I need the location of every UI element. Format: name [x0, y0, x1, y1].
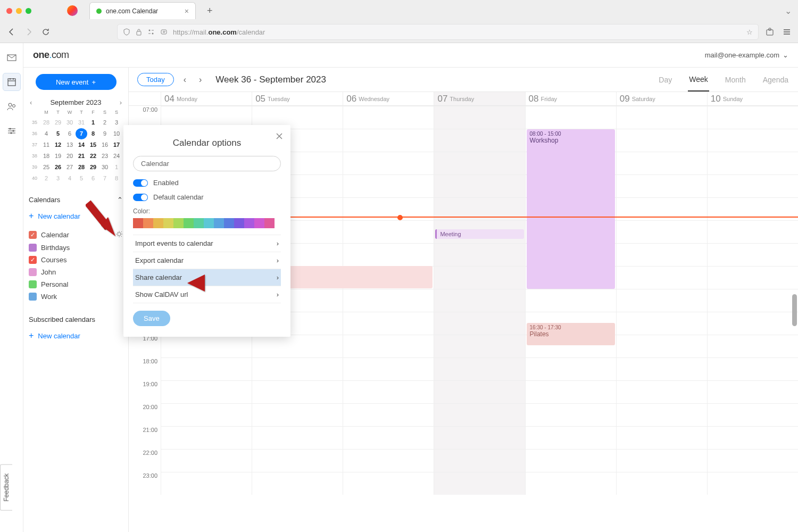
mini-cal-day[interactable]: 8 — [111, 173, 122, 184]
color-swatch[interactable] — [244, 218, 254, 228]
mini-cal-day[interactable]: 16 — [99, 139, 111, 151]
window-close-icon[interactable] — [6, 8, 12, 14]
mini-cal-day[interactable]: 9 — [99, 128, 111, 139]
day-column[interactable] — [343, 106, 434, 495]
hamburger-menu-icon[interactable] — [782, 27, 792, 37]
mini-cal-day[interactable]: 24 — [111, 151, 122, 162]
event-pilates[interactable]: 16:30 - 17:30Pilates — [527, 323, 615, 345]
mail-icon[interactable] — [3, 48, 21, 66]
color-swatch[interactable] — [234, 218, 244, 228]
day-header[interactable]: 06Wednesday — [343, 92, 434, 105]
forward-button[interactable] — [23, 27, 34, 37]
calendar-checkbox[interactable] — [29, 268, 37, 276]
mini-cal-day[interactable]: 28 — [76, 162, 87, 173]
day-header[interactable]: 04Monday — [161, 92, 252, 105]
mini-cal-day[interactable]: 5 — [52, 128, 64, 139]
mini-cal-day[interactable]: 3 — [52, 173, 64, 184]
scrollbar-thumb[interactable] — [792, 294, 797, 326]
mini-cal-prev-icon[interactable]: ‹ — [30, 98, 32, 106]
mini-cal-day[interactable]: 23 — [99, 151, 111, 162]
mini-cal-day[interactable]: 3 — [111, 117, 122, 128]
settings-icon[interactable] — [3, 122, 21, 140]
mini-cal-day[interactable]: 28 — [40, 117, 52, 128]
mini-cal-day[interactable]: 10 — [111, 128, 122, 139]
mini-cal-day[interactable]: 29 — [87, 162, 99, 173]
mini-cal-day[interactable]: 30 — [99, 162, 111, 173]
calendar-list-item[interactable]: Work — [29, 290, 123, 303]
mini-cal-day[interactable]: 7 — [99, 173, 111, 184]
new-subscribed-calendar-button[interactable]: + New calendar — [29, 329, 123, 343]
user-menu[interactable]: mail@one-example.com ⌄ — [705, 51, 788, 59]
mini-cal-day[interactable]: 31 — [76, 117, 87, 128]
feedback-tab[interactable]: Feedback — [0, 464, 12, 511]
calendar-checkbox[interactable] — [29, 293, 37, 301]
mini-cal-day[interactable]: 20 — [64, 151, 76, 162]
mini-cal-day[interactable]: 19 — [52, 151, 64, 162]
mini-cal-day[interactable]: 15 — [87, 139, 99, 151]
mini-cal-day[interactable]: 2 — [99, 117, 111, 128]
mini-cal-day[interactable]: 25 — [40, 162, 52, 173]
mini-cal-day[interactable]: 22 — [87, 151, 99, 162]
mini-cal-day[interactable]: 26 — [52, 162, 64, 173]
color-swatch[interactable] — [173, 218, 184, 228]
mini-cal-day[interactable]: 2 — [40, 173, 52, 184]
mini-cal-day[interactable]: 17 — [111, 139, 122, 151]
tab-dropdown-icon[interactable]: ⌄ — [785, 6, 792, 16]
color-swatch[interactable] — [153, 218, 163, 228]
day-header[interactable]: 05Tuesday — [252, 92, 343, 105]
next-week-icon[interactable]: › — [196, 73, 205, 87]
url-box[interactable]: https://mail.one.com/calendar ☆ — [117, 24, 759, 40]
tab-close-icon[interactable]: × — [185, 7, 189, 15]
calendar-checkbox[interactable] — [29, 244, 37, 252]
window-max-icon[interactable] — [26, 8, 31, 14]
day-header[interactable]: 10Sunday — [707, 92, 798, 105]
default-toggle[interactable] — [133, 194, 148, 201]
day-column[interactable] — [616, 106, 707, 495]
calendar-checkbox[interactable]: ✓ — [29, 256, 37, 264]
day-header[interactable]: 07Thursday — [434, 92, 525, 105]
view-tab-agenda[interactable]: Agenda — [762, 68, 789, 92]
enabled-toggle[interactable] — [133, 179, 148, 187]
mini-cal-day[interactable]: 7 — [76, 128, 87, 139]
menu-item-import-events-to-calendar[interactable]: Import events to calendar› — [133, 235, 281, 252]
browser-tab[interactable]: one.com Calendar × — [89, 2, 196, 19]
color-swatch[interactable] — [254, 218, 264, 228]
contacts-icon[interactable] — [3, 97, 21, 115]
color-swatch[interactable] — [163, 218, 173, 228]
mini-cal-day[interactable]: 1 — [111, 162, 122, 173]
today-button[interactable]: Today — [137, 73, 174, 86]
color-swatch[interactable] — [224, 218, 234, 228]
view-tab-week[interactable]: Week — [688, 68, 709, 92]
calendar-checkbox[interactable]: ✓ — [29, 231, 37, 239]
extensions-icon[interactable] — [765, 27, 775, 37]
mini-cal-day[interactable]: 29 — [52, 117, 64, 128]
view-tab-day[interactable]: Day — [658, 68, 673, 92]
day-column[interactable]: Meeting — [434, 106, 525, 495]
bookmark-star-icon[interactable]: ☆ — [746, 28, 753, 36]
mini-cal-day[interactable]: 6 — [64, 128, 76, 139]
calendar-list-item[interactable]: John — [29, 266, 123, 278]
close-icon[interactable] — [276, 132, 283, 142]
mini-cal-day[interactable]: 5 — [76, 173, 87, 184]
day-column[interactable]: 08:00 - 15:00Workshop16:30 - 17:30Pilate… — [525, 106, 616, 495]
day-column[interactable] — [707, 106, 798, 495]
event-meeting[interactable]: Meeting — [435, 229, 523, 239]
window-min-icon[interactable] — [16, 8, 22, 14]
mini-cal-day[interactable]: 30 — [64, 117, 76, 128]
color-swatch[interactable] — [264, 218, 275, 228]
prev-week-icon[interactable]: ‹ — [180, 73, 189, 87]
new-event-button[interactable]: New event + — [36, 74, 117, 90]
reload-button[interactable] — [40, 27, 51, 37]
new-tab-icon[interactable]: + — [207, 5, 213, 16]
mini-cal-day[interactable]: 8 — [87, 128, 99, 139]
day-header[interactable]: 08Friday — [525, 92, 616, 105]
mini-cal-next-icon[interactable]: › — [120, 98, 122, 106]
color-swatch[interactable] — [214, 218, 224, 228]
mini-cal-day[interactable]: 1 — [87, 117, 99, 128]
view-tab-month[interactable]: Month — [724, 68, 747, 92]
mini-cal-day[interactable]: 4 — [64, 173, 76, 184]
calendar-list-item[interactable]: Personal — [29, 278, 123, 290]
calendar-list-item[interactable]: Birthdays — [29, 242, 123, 254]
calendar-name-input[interactable] — [133, 156, 281, 171]
mini-cal-day[interactable]: 21 — [76, 151, 87, 162]
